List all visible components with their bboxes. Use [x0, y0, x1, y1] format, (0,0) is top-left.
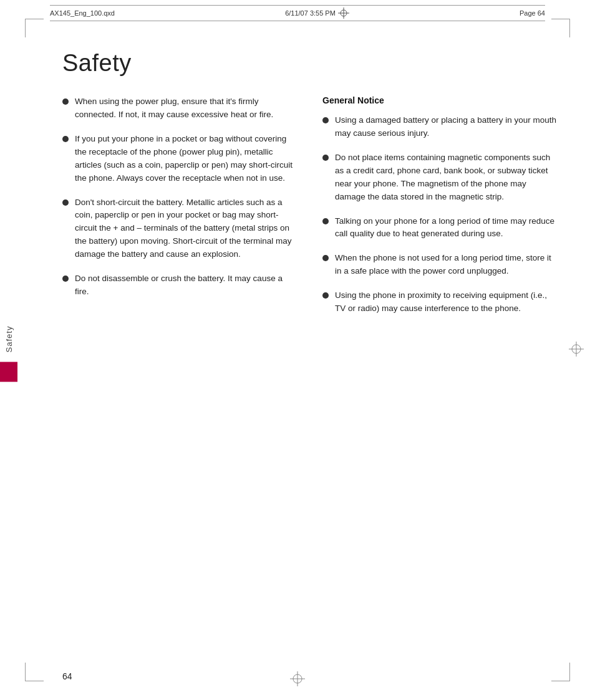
right-list-item: Using a damaged battery or placing a bat…: [322, 114, 558, 140]
left-list-item: Don't short-circuit the battery. Metalli…: [62, 196, 298, 262]
bullet-dot: [62, 276, 69, 282]
left-list-item: If you put your phone in a pocket or bag…: [62, 133, 298, 185]
left-list-item: Do not disassemble or crush the battery.…: [62, 272, 298, 299]
two-column-layout: When using the power plug, ensure that i…: [62, 95, 558, 327]
bullet-text: When the phone is not used for a long pe…: [335, 252, 558, 278]
bullet-dot: [322, 117, 329, 123]
corner-mark-tl: [25, 19, 44, 37]
corner-mark-tr: [551, 19, 570, 37]
corner-mark-bl: [25, 663, 44, 681]
bullet-dot: [322, 218, 329, 224]
page-container: AX145_Eng_100.qxd 6/11/07 3:55 PM Page 6…: [0, 0, 595, 700]
header-datetime: 6/11/07 3:55 PM: [285, 7, 349, 19]
bullet-text: Using a damaged battery or placing a bat…: [335, 114, 558, 140]
bullet-text: Do not place items containing magnetic c…: [335, 151, 558, 204]
bullet-text: If you put your phone in a pocket or bag…: [75, 133, 298, 185]
right-list-item: Using the phone in proximity to receivin…: [322, 289, 558, 315]
right-column: General Notice Using a damaged battery o…: [322, 95, 558, 327]
side-tab-label: Safety: [2, 318, 16, 360]
bullet-dot: [62, 98, 69, 105]
left-list-item: When using the power plug, ensure that i…: [62, 95, 298, 122]
header-page: Page 64: [520, 9, 545, 17]
bullet-text: When using the power plug, ensure that i…: [75, 95, 298, 122]
page-title: Safety: [62, 50, 558, 77]
bullet-text: Talking on your phone for a long period …: [335, 215, 558, 241]
bullet-text: Do not disassemble or crush the battery.…: [75, 272, 298, 299]
corner-mark-br: [551, 663, 570, 681]
bullet-dot: [322, 255, 329, 261]
bullet-dot: [62, 199, 69, 206]
side-tab: Safety: [0, 318, 17, 382]
content-area: Safety When using the power plug, ensure…: [62, 37, 558, 650]
page-number: 64: [62, 671, 72, 681]
right-list-item: When the phone is not used for a long pe…: [322, 252, 558, 278]
header-bar: AX145_Eng_100.qxd 6/11/07 3:55 PM Page 6…: [50, 5, 545, 21]
header-filename: AX145_Eng_100.qxd: [50, 9, 115, 17]
bullet-text: Using the phone in proximity to receivin…: [335, 289, 558, 315]
right-list-item: Talking on your phone for a long period …: [322, 215, 558, 241]
side-tab-bar: [0, 362, 17, 382]
bottom-crosshair-icon: [290, 671, 305, 689]
left-bullet-list: When using the power plug, ensure that i…: [62, 95, 298, 299]
right-crosshair-icon: [569, 342, 584, 359]
bullet-dot: [322, 292, 329, 299]
bullet-dot: [62, 136, 69, 142]
general-notice-title: General Notice: [322, 95, 558, 105]
right-bullet-list: Using a damaged battery or placing a bat…: [322, 114, 558, 315]
header-crosshair-icon: [338, 7, 349, 19]
right-list-item: Do not place items containing magnetic c…: [322, 151, 558, 204]
bullet-text: Don't short-circuit the battery. Metalli…: [75, 196, 298, 262]
bullet-dot: [322, 155, 329, 161]
left-column: When using the power plug, ensure that i…: [62, 95, 298, 310]
